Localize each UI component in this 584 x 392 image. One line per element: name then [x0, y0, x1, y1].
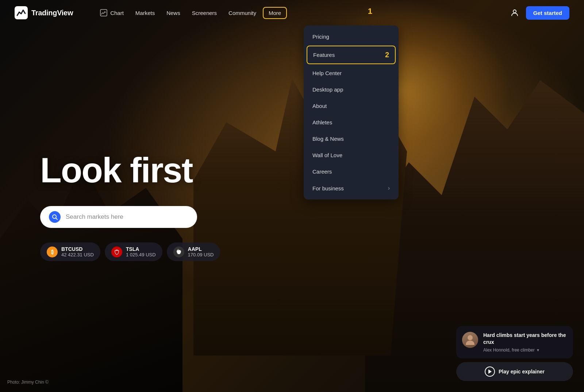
nav-screeners-label: Screeners — [192, 10, 217, 16]
tradingview-logo-icon — [15, 6, 28, 19]
play-label: Play epic explainer — [499, 369, 545, 374]
svg-point-2 — [513, 10, 516, 13]
svg-point-5 — [468, 335, 473, 340]
nav-link-screeners[interactable]: Screeners — [187, 7, 222, 19]
bottom-card: Hard climbs start years before the crux … — [456, 326, 573, 381]
ticker-aapl[interactable]: AAPL 170.09 USD — [167, 242, 220, 261]
search-bar[interactable]: Search markets here — [40, 206, 197, 228]
user-icon-button[interactable] — [508, 6, 522, 20]
dropdown-item-careers[interactable]: Careers — [304, 163, 399, 180]
aapl-icon — [173, 247, 184, 257]
logo-text: TradingView — [31, 9, 73, 17]
nav-links: Chart Markets News Screeners Community M… — [95, 6, 508, 19]
photo-credit: Photo: Jimmy Chin © — [7, 380, 49, 385]
badge-2: 2 — [385, 51, 389, 59]
nav-link-more[interactable]: More — [263, 7, 287, 19]
nav-chart-label: Chart — [110, 10, 124, 16]
get-started-button[interactable]: Get started — [526, 6, 569, 20]
btcusd-price: 42 422.31 USD — [61, 252, 94, 257]
dropdown-item-pricing[interactable]: Pricing — [304, 28, 399, 45]
dropdown-item-about[interactable]: About — [304, 98, 399, 114]
nav-link-news[interactable]: News — [161, 7, 185, 19]
search-placeholder: Search markets here — [66, 213, 123, 221]
dropdown-item-features[interactable]: Features 2 — [307, 46, 396, 64]
search-icon — [49, 211, 61, 223]
btcusd-name: BTCUSD — [61, 246, 94, 252]
dropdown-item-desktop-app[interactable]: Desktop app — [304, 81, 399, 98]
avatar — [462, 332, 478, 348]
tsla-info: TSLA 1 025.49 USD — [126, 246, 156, 257]
navbar: TradingView Chart Markets News Screeners… — [0, 0, 584, 26]
dropdown-item-athletes[interactable]: Athletes — [304, 114, 399, 131]
nav-news-label: News — [166, 10, 180, 16]
dropdown-item-wall-of-love[interactable]: Wall of Love — [304, 147, 399, 163]
tsla-price: 1 025.49 USD — [126, 252, 156, 257]
nav-link-chart[interactable]: Chart — [95, 6, 129, 19]
nav-community-label: Community — [228, 10, 256, 16]
aapl-price: 170.09 USD — [188, 252, 214, 257]
user-icon — [510, 8, 519, 17]
nav-more-label: More — [269, 10, 281, 16]
testimonial-text: Hard climbs start years before the crux … — [483, 332, 567, 353]
nav-link-community[interactable]: Community — [223, 7, 261, 19]
badge-1: 1 — [368, 7, 372, 16]
btcusd-icon: ₿ — [47, 247, 58, 257]
nav-markets-label: Markets — [135, 10, 155, 16]
nav-actions: Get started — [508, 6, 569, 20]
market-tickers: ₿ BTCUSD 42 422.31 USD TSLA 1 025.49 — [40, 242, 584, 261]
testimonial-card: Hard climbs start years before the crux … — [456, 326, 573, 358]
btcusd-info: BTCUSD 42 422.31 USD — [61, 246, 94, 257]
testimonial-author: Alex Honnold, free climber ▾ — [483, 348, 567, 353]
tsla-icon — [111, 247, 122, 257]
svg-line-4 — [56, 218, 57, 220]
testimonial-quote: Hard climbs start years before the crux — [483, 332, 567, 346]
for-business-chevron-icon: › — [388, 185, 390, 191]
logo[interactable]: TradingView — [15, 6, 73, 19]
dropdown-item-for-business[interactable]: For business › — [304, 180, 399, 197]
aapl-info: AAPL 170.09 USD — [188, 246, 214, 257]
svg-rect-1 — [100, 9, 107, 16]
nav-link-markets[interactable]: Markets — [130, 7, 160, 19]
play-icon — [485, 366, 495, 377]
dropdown-menu: Pricing Features 2 Help Center Desktop a… — [304, 26, 399, 199]
aapl-name: AAPL — [188, 246, 214, 252]
play-button[interactable]: Play epic explainer — [456, 362, 573, 381]
chart-nav-icon — [100, 9, 107, 16]
dropdown-item-help-center[interactable]: Help Center — [304, 65, 399, 81]
dropdown-item-blog-news[interactable]: Blog & News — [304, 131, 399, 147]
ticker-tsla[interactable]: TSLA 1 025.49 USD — [105, 242, 162, 261]
author-chevron-icon: ▾ — [537, 348, 539, 353]
tsla-name: TSLA — [126, 246, 156, 252]
ticker-btcusd[interactable]: ₿ BTCUSD 42 422.31 USD — [40, 242, 100, 261]
